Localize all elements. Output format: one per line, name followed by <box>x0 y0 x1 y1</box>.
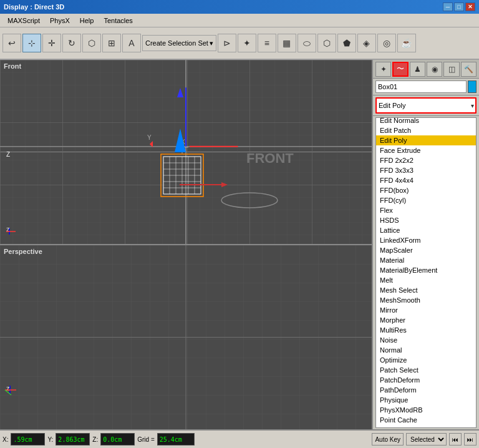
modifier-item[interactable]: Normal <box>376 345 476 355</box>
modifier-item[interactable]: Poly Select <box>376 425 476 428</box>
front-viewport-label: Front <box>4 62 21 70</box>
y-axis-label: Y: <box>47 436 53 443</box>
create-panel-icon[interactable]: ✦ <box>375 62 391 77</box>
y-value: 2.863cm <box>56 433 90 446</box>
menu-physx[interactable]: PhysX <box>45 16 75 26</box>
modifier-item[interactable]: Point Cache <box>376 415 476 425</box>
material-button[interactable]: ⬟ <box>337 34 356 52</box>
scale-button[interactable]: ⬡ <box>82 34 101 52</box>
modifier-select-wrapper: Edit Mesh Edit Normals Edit Patch Edit P… <box>375 97 477 114</box>
move-button[interactable]: ✛ <box>42 34 61 52</box>
minimize-button[interactable]: ─ <box>443 2 453 11</box>
svg-text:Y: Y <box>147 134 152 141</box>
modifier-item[interactable]: PathDeform <box>376 385 476 395</box>
display-panel-icon[interactable]: ◫ <box>443 62 459 77</box>
modifier-item[interactable]: HSDS <box>376 215 476 225</box>
modifier-item[interactable]: Mirror <box>376 305 476 315</box>
z-value: 0.0cm <box>100 433 135 446</box>
modifier-item[interactable]: Edit Poly <box>376 135 476 145</box>
modifier-item[interactable]: MapScaler <box>376 245 476 255</box>
object-name-row <box>373 79 479 95</box>
grid-value: 25.4cm <box>157 433 195 446</box>
x-value: .59cm <box>11 433 45 446</box>
ref-button[interactable]: ⊞ <box>102 34 121 52</box>
modifier-list[interactable]: Edit MeshEdit NormalsEdit PatchEdit Poly… <box>375 117 477 428</box>
menu-tentacles[interactable]: Tentacles <box>99 16 137 26</box>
modifier-item[interactable]: MaterialByElement <box>376 265 476 275</box>
modifier-item[interactable]: Lattice <box>376 225 476 235</box>
modifier-item[interactable]: FFD 3x3x3 <box>376 165 476 175</box>
x-axis-label: X: <box>2 436 8 443</box>
grid-label: Grid = <box>137 436 155 443</box>
undo-button[interactable]: ↩ <box>2 34 21 52</box>
dropdown-arrow-icon: ▾ <box>210 39 213 47</box>
modifier-item[interactable]: Mesh Select <box>376 285 476 295</box>
layers-button[interactable]: ▦ <box>278 34 296 52</box>
light-button[interactable]: ☕ <box>397 34 416 52</box>
titlebar: Display : Direct 3D ─ □ ✕ <box>0 0 479 14</box>
window-controls: ─ □ ✕ <box>443 2 475 11</box>
persp-viewport-label: Perspective <box>4 248 42 255</box>
viewport-front[interactable]: Front <box>0 60 372 245</box>
modifier-item[interactable]: Flex <box>376 205 476 215</box>
modifier-item[interactable]: Edit Patch <box>376 125 476 135</box>
maximize-button[interactable]: □ <box>454 2 464 11</box>
modifier-item[interactable]: Optimize <box>376 355 476 365</box>
menu-help[interactable]: Help <box>75 16 99 26</box>
curve-button[interactable]: ⬭ <box>298 34 316 52</box>
create-selection-button[interactable]: Create Selection Set ▾ <box>142 35 216 51</box>
prev-frame-button[interactable]: ⏮ <box>449 433 462 446</box>
object-name-input[interactable] <box>375 80 467 93</box>
modifier-item[interactable]: FFD 4x4x4 <box>376 175 476 185</box>
array-button[interactable]: ⬡ <box>317 34 336 52</box>
modifier-item[interactable]: Noise <box>376 335 476 345</box>
modifier-item[interactable]: Edit Normals <box>376 117 476 125</box>
rotate-button[interactable]: ↻ <box>62 34 81 52</box>
camera-button[interactable]: ◎ <box>377 34 396 52</box>
modifier-item[interactable]: MeshSmooth <box>376 295 476 305</box>
modifier-item[interactable]: LinkedXForm <box>376 235 476 245</box>
svg-text:FRONT: FRONT <box>246 150 294 166</box>
modifier-item[interactable]: Face Extrude <box>376 145 476 155</box>
panel-icon-row: ✦ 〜 ♟ ◉ ◫ 🔨 <box>373 60 479 79</box>
render-button[interactable]: ◈ <box>357 34 376 52</box>
app-title: Display : Direct 3D <box>4 3 64 11</box>
utilities-panel-icon[interactable]: 🔨 <box>461 62 477 77</box>
viewport-perspective[interactable]: Perspective <box>0 245 372 429</box>
motion-panel-icon[interactable]: ◉ <box>427 62 442 77</box>
abc-button[interactable]: A <box>122 34 141 52</box>
selected-dropdown[interactable]: Selected <box>406 433 447 446</box>
modifier-item[interactable]: Patch Select <box>376 365 476 375</box>
right-panel: ✦ 〜 ♟ ◉ ◫ 🔨 Edit Mesh Edit Normals Edit … <box>372 60 479 429</box>
create-selection-label: Create Selection Set <box>145 39 208 47</box>
menubar: MAXScript PhysX Help Tentacles <box>0 14 479 27</box>
modifier-item[interactable]: MultiRes <box>376 325 476 335</box>
hierarchy-panel-icon[interactable]: ♟ <box>410 62 425 77</box>
object-color-swatch[interactable] <box>468 80 477 93</box>
statusbar: X: .59cm Y: 2.863cm Z: 0.0cm Grid = 25.4… <box>0 429 479 448</box>
align-button[interactable]: ≡ <box>258 34 276 52</box>
modifier-item[interactable]: PhysXModRB <box>376 405 476 415</box>
next-frame-button[interactable]: ⏭ <box>464 433 477 446</box>
filter-button[interactable]: ⊳ <box>218 34 236 52</box>
select-button[interactable]: ⊹ <box>22 34 41 52</box>
modifier-item[interactable]: Material <box>376 255 476 265</box>
modifier-item[interactable]: Physique <box>376 395 476 405</box>
close-button[interactable]: ✕ <box>465 2 475 11</box>
modifier-item[interactable]: FFD(box) <box>376 185 476 195</box>
modify-panel-icon[interactable]: 〜 <box>392 62 408 77</box>
auto-key-button[interactable]: Auto Key <box>372 433 404 446</box>
modifier-select[interactable]: Edit Mesh Edit Normals Edit Patch Edit P… <box>377 99 475 112</box>
modifier-item[interactable]: PatchDeform <box>376 375 476 385</box>
front-grid: X Y Z <box>0 60 372 244</box>
persp-grid: Z X Z TOP LEFT FRONT <box>0 245 372 429</box>
modifier-item[interactable]: FFD(cyl) <box>376 195 476 205</box>
menu-maxscript[interactable]: MAXScript <box>2 16 45 26</box>
modifier-item[interactable]: Melt <box>376 275 476 285</box>
modifier-item[interactable]: FFD 2x2x2 <box>376 155 476 165</box>
z-axis-label: Z: <box>92 436 98 443</box>
modifier-item[interactable]: Morpher <box>376 315 476 325</box>
viewport-area: Front <box>0 60 372 429</box>
svg-text:Z: Z <box>6 151 10 158</box>
snap-button[interactable]: ✦ <box>238 34 256 52</box>
